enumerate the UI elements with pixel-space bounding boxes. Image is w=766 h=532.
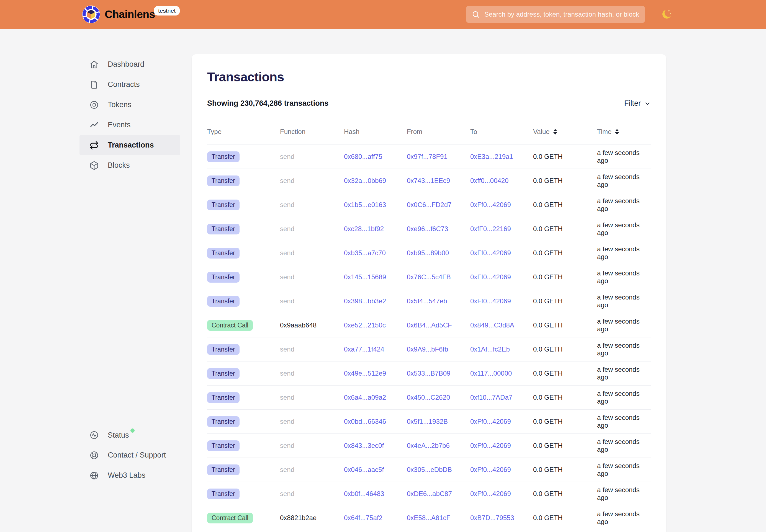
to-link[interactable]: 0xFf0...42069 <box>470 297 511 305</box>
to-link[interactable]: 0x117...00000 <box>470 370 512 377</box>
hash-link[interactable]: 0x49e...512e9 <box>344 370 386 377</box>
transactions-count: Showing 230,764,286 transactions <box>207 99 328 108</box>
to-link[interactable]: 0xFf0...42069 <box>470 442 511 449</box>
network-badge: testnet <box>154 6 180 16</box>
filter-label: Filter <box>624 99 641 108</box>
hash-link[interactable]: 0xb35...a7c70 <box>344 249 386 257</box>
hash-link[interactable]: 0xa77...1f424 <box>344 345 384 353</box>
sidebar-item-events[interactable]: Events <box>79 115 180 135</box>
brand-name: Chainlens <box>105 8 155 20</box>
sidebar-item-contracts[interactable]: Contracts <box>79 74 180 95</box>
time-cell: a few seconds ago <box>597 462 651 477</box>
to-link[interactable]: 0x849...C3d8A <box>470 321 514 329</box>
hash-link[interactable]: 0x32a...0bb69 <box>344 177 386 184</box>
hash-link[interactable]: 0x0bd...66346 <box>344 418 386 425</box>
table-row: Transfer send 0x843...3ec0f 0x4eA...2b7b… <box>207 433 651 458</box>
time-cell: a few seconds ago <box>597 342 651 357</box>
to-link[interactable]: 0xfF0...22169 <box>470 225 511 233</box>
theme-toggle-button[interactable] <box>660 8 674 22</box>
hash-link[interactable]: 0x680...aff75 <box>344 153 382 160</box>
hash-link[interactable]: 0xc28...1bf92 <box>344 225 384 233</box>
hash-link[interactable]: 0x1b5...e0163 <box>344 201 386 208</box>
from-link[interactable]: 0x450...C2620 <box>407 394 450 401</box>
sidebar-item-tokens[interactable]: Tokens <box>79 95 180 115</box>
brand-logo-link[interactable]: Chainlens <box>82 0 155 29</box>
repeat-icon <box>89 141 99 150</box>
hash-link[interactable]: 0xb0f...46483 <box>344 490 384 497</box>
column-header-from: From <box>407 128 470 136</box>
to-link[interactable]: 0xFf0...42069 <box>470 490 511 497</box>
from-link[interactable]: 0x4eA...2b7b6 <box>407 442 450 449</box>
to-link[interactable]: 0xE3a...219a1 <box>470 153 513 160</box>
type-badge: Transfer <box>207 296 239 307</box>
to-link[interactable]: 0xFf0...42069 <box>470 273 511 281</box>
sidebar-item-dashboard[interactable]: Dashboard <box>79 54 180 74</box>
global-search[interactable] <box>466 6 645 23</box>
filter-button[interactable]: Filter <box>624 99 651 108</box>
to-link[interactable]: 0xf10...7ADa7 <box>470 394 512 401</box>
to-link[interactable]: 0xFf0...42069 <box>470 201 511 208</box>
table-header-row: Type Function Hash From To Value Time <box>207 128 651 136</box>
type-badge: Transfer <box>207 416 239 427</box>
from-link[interactable]: 0x5f1...1932B <box>407 418 448 425</box>
to-link[interactable]: 0xff0...00420 <box>470 177 509 184</box>
transactions-table-body: Transfer send 0x680...aff75 0x97f...78F9… <box>207 144 651 530</box>
value-cell: 0.0 GETH <box>533 345 597 353</box>
time-cell: a few seconds ago <box>597 510 651 526</box>
from-link[interactable]: 0x0C6...FD2d7 <box>407 201 452 208</box>
hash-link[interactable]: 0x64f...75af2 <box>344 514 382 521</box>
from-link[interactable]: 0xb95...89b00 <box>407 249 449 257</box>
function-cell: send <box>280 225 344 233</box>
sidebar-item-contact-support[interactable]: Contact / Support <box>79 445 180 465</box>
hash-link[interactable]: 0x843...3ec0f <box>344 442 384 449</box>
table-row: Transfer send 0xc28...1bf92 0xe96...f6C7… <box>207 217 651 241</box>
type-badge: Transfer <box>207 392 239 403</box>
from-link[interactable]: 0x743...1EEc9 <box>407 177 450 184</box>
function-cell: send <box>280 418 344 425</box>
from-link[interactable]: 0x305...eDbDB <box>407 466 452 473</box>
hash-link[interactable]: 0x398...bb3e2 <box>344 297 386 305</box>
value-cell: 0.0 GETH <box>533 418 597 425</box>
hash-link[interactable]: 0x6a4...a09a2 <box>344 394 386 401</box>
from-link[interactable]: 0x9A9...bF6fb <box>407 345 448 353</box>
to-link[interactable]: 0xFf0...42069 <box>470 466 511 473</box>
activity-line-icon <box>89 120 99 130</box>
to-link[interactable]: 0xFf0...42069 <box>470 418 511 425</box>
sidebar-item-status[interactable]: Status <box>79 425 180 445</box>
sidebar-item-blocks[interactable]: Blocks <box>79 155 180 175</box>
sidebar-item-transactions[interactable]: Transactions <box>79 135 180 155</box>
from-link[interactable]: 0x5f4...547eb <box>407 297 447 305</box>
sidebar-item-web3-labs[interactable]: Web3 Labs <box>79 465 180 485</box>
table-row: Transfer send 0xb0f...46483 0xDE6...abC8… <box>207 482 651 506</box>
top-header: Chainlens testnet <box>0 0 766 29</box>
from-link[interactable]: 0xe96...f6C73 <box>407 225 448 233</box>
from-link[interactable]: 0x76C...5c4FB <box>407 273 451 281</box>
type-badge: Transfer <box>207 368 239 379</box>
type-badge: Transfer <box>207 248 239 259</box>
sidebar-item-label: Dashboard <box>108 60 144 69</box>
sidebar-item-label: Web3 Labs <box>108 471 145 480</box>
function-cell: send <box>280 273 344 281</box>
from-link[interactable]: 0xDE6...abC87 <box>407 490 452 497</box>
to-link[interactable]: 0xB7D...79553 <box>470 514 514 521</box>
hash-link[interactable]: 0x046...aac5f <box>344 466 384 473</box>
to-link[interactable]: 0x1Af...fc2Eb <box>470 345 510 353</box>
from-link[interactable]: 0xE58...A81cF <box>407 514 450 521</box>
from-link[interactable]: 0x97f...78F91 <box>407 153 448 160</box>
function-cell: 0x8821b2ae <box>280 514 344 522</box>
to-link[interactable]: 0xFf0...42069 <box>470 249 511 257</box>
time-cell: a few seconds ago <box>597 317 651 333</box>
column-header-value-sort[interactable]: Value <box>533 128 597 136</box>
function-cell: send <box>280 490 344 498</box>
value-cell: 0.0 GETH <box>533 201 597 209</box>
value-cell: 0.0 GETH <box>533 297 597 305</box>
column-header-time-sort[interactable]: Time <box>597 128 651 136</box>
search-input[interactable] <box>484 11 639 18</box>
type-badge: Transfer <box>207 464 239 475</box>
from-link[interactable]: 0x533...B7B09 <box>407 370 450 377</box>
from-link[interactable]: 0x6B4...Ad5CF <box>407 321 452 329</box>
column-header-type: Type <box>207 128 280 136</box>
hash-link[interactable]: 0xe52...2150c <box>344 321 386 329</box>
hash-link[interactable]: 0x145...15689 <box>344 273 386 281</box>
table-row: Contract Call 0x8821b2ae 0x64f...75af2 0… <box>207 506 651 530</box>
